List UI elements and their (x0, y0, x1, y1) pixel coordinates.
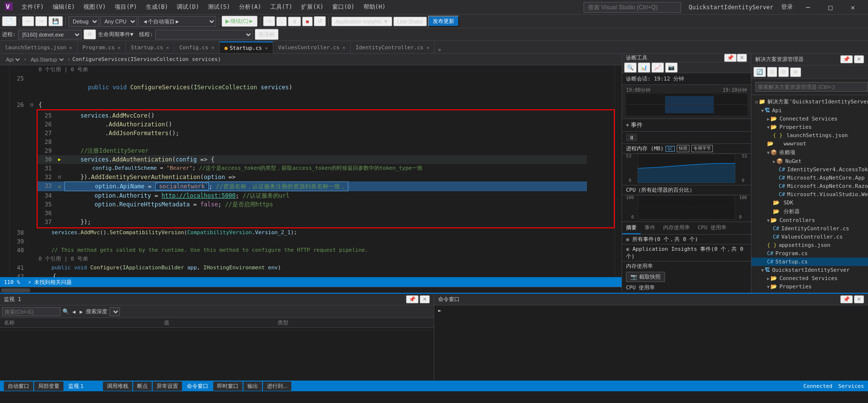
menu-view[interactable]: 视图(V) (80, 1, 110, 13)
tree-startup-api[interactable]: C# Startup.cs (751, 258, 868, 266)
tree-nuget[interactable]: ▶ 📦 NuGet (751, 157, 868, 165)
editor-hscrollbar[interactable] (0, 287, 622, 293)
menu-tools[interactable]: 工具(T) (266, 1, 297, 13)
continue-btn[interactable]: ▶ 继续(C)► (222, 16, 258, 27)
restart-btn[interactable]: ↺ (314, 16, 326, 26)
diag-tab-summary[interactable]: 摘要 (622, 222, 641, 234)
tree-vs-web[interactable]: C# Microsoft.VisualStudio.Web.C… (751, 190, 868, 199)
tree-wwwroot-api[interactable]: 📂 wwwroot (751, 140, 868, 148)
watch-nav-back[interactable]: ◄ (71, 309, 77, 315)
tree-launch-qs[interactable]: { } launchSettings.json (751, 291, 868, 293)
bottom-tab-locals[interactable]: 局部变量 (34, 382, 63, 391)
diag-chart-btn[interactable]: 📊 (638, 62, 650, 73)
tree-connected-qs[interactable]: ▶ 📂 Connected Services (751, 274, 868, 282)
user-login[interactable]: 登录 (781, 3, 793, 11)
project-dropdown[interactable]: ◄个自动项目► (138, 16, 216, 27)
tree-analyzer[interactable]: 📂 分析器 (751, 207, 868, 216)
sol-sync-btn[interactable]: 🔄 (753, 67, 766, 77)
new-project-btn[interactable]: 📄 (2, 16, 17, 26)
tree-program-api[interactable]: C# Program.cs (751, 249, 868, 258)
bottom-tab-immediate[interactable]: 即时窗口 (213, 382, 242, 391)
process-dropdown[interactable]: [5160] dotnet.exe (18, 30, 81, 40)
tab-program[interactable]: Program.cs ✕ (78, 41, 126, 53)
scrollbar-thumb[interactable] (1, 288, 30, 292)
tree-quickstart-proj[interactable]: ▼ 🏗 QuickstartIdentityServer (751, 266, 868, 274)
watch-pin-btn[interactable]: 📌 (406, 295, 419, 303)
stop-btn[interactable]: ■ (302, 17, 313, 26)
pause-events-btn[interactable]: ⏸ (626, 134, 637, 141)
diag-tab-events[interactable]: 事件 (641, 222, 659, 234)
bottom-tab-exceptions[interactable]: 异常设置 (153, 382, 182, 391)
tab-close-launchsettings[interactable]: ✕ (69, 45, 72, 50)
gutter-collapse[interactable]: ⊟ (27, 101, 37, 109)
menu-extensions[interactable]: 扩展(X) (297, 1, 327, 13)
tree-razor[interactable]: C# Microsoft.AspNetCore.Razor.D… (751, 182, 868, 190)
config-dropdown[interactable]: Debug (68, 16, 99, 27)
menu-window[interactable]: 窗口(O) (328, 1, 359, 13)
solution-search-input[interactable] (755, 82, 868, 92)
watch-nav-fwd[interactable]: ► (79, 309, 84, 315)
diag-search-btn[interactable]: 🔍 (624, 62, 637, 73)
solution-close-btn[interactable]: ✕ (854, 55, 864, 63)
watch-search-btn[interactable]: 🔍 (62, 308, 69, 315)
tree-values-ctrl[interactable]: C# ValuesController.cs (751, 233, 868, 241)
tab-config[interactable]: Config.cs ✕ (174, 41, 220, 53)
close-button[interactable]: ✕ (842, 0, 864, 15)
platform-dropdown[interactable]: Any CPU (100, 16, 137, 27)
diag-camera-btn[interactable]: 📷 (665, 62, 678, 73)
step-into-btn[interactable]: ↓ (276, 17, 287, 26)
live-share-btn[interactable]: Live Share (393, 17, 427, 26)
sol-collapse-btn[interactable]: ⊟ (767, 67, 777, 77)
bottom-tab-auto[interactable]: 自动窗口 (4, 382, 33, 391)
bottom-tab-breakpoints[interactable]: 断点 (133, 382, 152, 391)
bottom-tab-goto[interactable]: 进行到... (263, 382, 291, 391)
editor-scrollbar[interactable] (615, 65, 622, 277)
depth-select[interactable] (109, 307, 120, 316)
bottom-tab-output[interactable]: 输出 (243, 382, 262, 391)
tree-launchsettings-api[interactable]: { } launchSettings.json (751, 131, 868, 140)
tab-close-startup-active[interactable]: ✕ (265, 45, 268, 51)
tree-sdk[interactable]: 📂 SDK (751, 199, 868, 207)
redo-btn[interactable]: ↪ (35, 16, 47, 26)
sol-properties-btn[interactable]: ⚙ (778, 67, 789, 77)
watch-search-input[interactable] (2, 307, 61, 316)
tree-appsettings[interactable]: { } appsettings.json (751, 241, 868, 249)
bottom-tab-watch[interactable]: 监视 1 (64, 382, 87, 391)
bottom-tab-callstack[interactable]: 调用堆栈 (103, 382, 132, 391)
undo-btn[interactable]: ↩ (22, 16, 34, 26)
tree-connected-services-api[interactable]: ▶ 📂 Api Connected Services (751, 115, 868, 123)
menu-project[interactable]: 项目(P) (111, 1, 141, 13)
tab-close-startup1[interactable]: ✕ (166, 45, 169, 50)
watch-close-btn[interactable]: ✕ (420, 295, 430, 303)
tab-startup-active[interactable]: ● Startup.cs ✕ (220, 41, 273, 53)
tree-is4[interactable]: C# IdentityServer4.AccessTokenV… (751, 165, 868, 174)
tab-close-identity[interactable]: ✕ (426, 45, 429, 50)
gutter-collapse2[interactable]: ⊟ (55, 173, 64, 181)
tab-close-values[interactable]: ✕ (343, 45, 345, 50)
diag-cpu-btn[interactable]: 📈 (651, 62, 664, 73)
take-snapshot-btn[interactable]: 📷 截取快照 (626, 272, 665, 282)
thread-settings-btn[interactable]: ⚙ (83, 29, 96, 40)
tab-overflow-btn[interactable]: » (435, 46, 444, 53)
push-frame-btn[interactable]: 推送帧 (255, 29, 279, 40)
class-dropdown[interactable]: Api (4, 55, 21, 64)
tab-close-program[interactable]: ✕ (118, 45, 121, 50)
app-insights-btn[interactable]: Application Insights ▼ (331, 17, 392, 26)
menu-file[interactable]: 文件(F) (18, 1, 48, 13)
tree-properties-api[interactable]: ▼ 📂 Properties (751, 123, 868, 131)
tree-aspnetcore[interactable]: C# Microsoft.AspNetCore.App (2.… (751, 174, 868, 182)
tree-props-qs[interactable]: ▼ 📂 Properties (751, 282, 868, 291)
method-dropdown[interactable]: Api.Startup (29, 55, 65, 64)
diag-tab-memory[interactable]: 内存使用率 (659, 222, 694, 234)
menu-build[interactable]: 生成(B) (142, 1, 172, 13)
tab-values-controller[interactable]: ValuesController.cs ✕ (273, 41, 351, 53)
tree-api-proj[interactable]: ▼ 🏗 Api (751, 106, 868, 115)
step-over-btn[interactable]: ⇒ (263, 16, 275, 26)
menu-test[interactable]: 测试(S) (204, 1, 234, 13)
bottom-tab-cmd2[interactable]: 命令窗口 (183, 382, 212, 391)
diag-tab-cpu[interactable]: CPU 使用率 (694, 222, 731, 234)
tab-close-config[interactable]: ✕ (211, 45, 214, 50)
pause-btn[interactable]: ⏸ (288, 17, 301, 26)
menu-analyze[interactable]: 分析(A) (235, 1, 265, 13)
sol-preview-btn[interactable]: 👁 (790, 67, 801, 77)
